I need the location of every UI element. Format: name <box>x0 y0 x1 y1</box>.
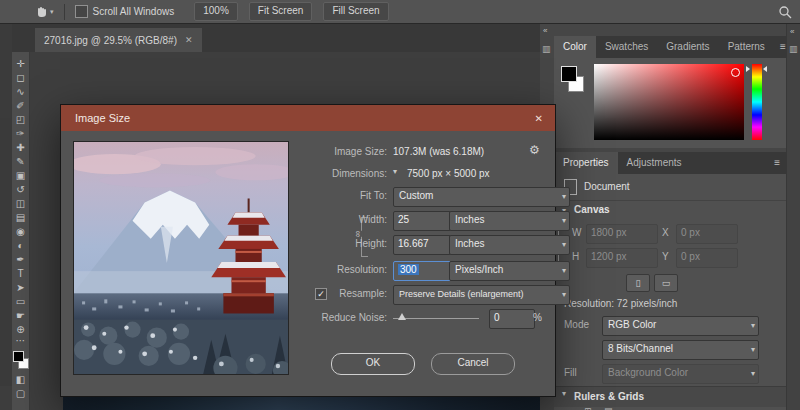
grid-icon[interactable]: ⊞ <box>584 406 592 410</box>
tools-panel: ✛ ◻ ∿ ✐ ◰ ✑ ✚ ✎ ▣ ↺ ◫ ▤ ◉ ◐ ✒ T ➤ ▭ ☛ ⊕ … <box>12 52 30 410</box>
open-photo-edge <box>63 397 540 410</box>
fill-label: Fill <box>564 364 577 382</box>
document-tab[interactable]: 27016.jpg @ 29.5% (RGB/8#) ✕ <box>35 28 202 52</box>
hue-slider-thumb-right[interactable] <box>763 66 767 72</box>
foreground-color-swatch[interactable] <box>13 351 24 362</box>
tab-properties[interactable]: Properties <box>554 152 618 174</box>
fit-to-select[interactable]: Custom▾ <box>393 187 570 207</box>
marquee-icon: ◻ <box>16 72 24 83</box>
dialog-close-icon[interactable]: ✕ <box>535 113 555 124</box>
color-panel <box>554 58 786 148</box>
hand-tool-preset-button[interactable]: ▾ <box>36 5 54 18</box>
tool-blur[interactable]: ◉ <box>12 225 30 239</box>
tool-dodge[interactable]: ◐ <box>12 239 30 253</box>
tool-brush[interactable]: ✎ <box>12 155 30 169</box>
options-bar: ▾ Scroll All Windows 100% Fit Screen Fil… <box>0 0 800 24</box>
rulers-grids-section[interactable]: ▾ Rulers & Grids <box>554 386 786 407</box>
resample-label: Resample: <box>301 285 387 303</box>
properties-panel-tabbar: Properties Adjustments ≡ <box>554 152 786 174</box>
tool-history-brush[interactable]: ↺ <box>12 183 30 197</box>
tab-patterns[interactable]: Patterns <box>719 36 774 58</box>
expand-dock-icon[interactable]: « <box>790 27 794 36</box>
tool-rectangle[interactable]: ▭ <box>12 295 30 309</box>
screen-mode-button[interactable]: ▢ <box>12 387 30 401</box>
tool-eraser[interactable]: ◫ <box>12 197 30 211</box>
document-tab-bar: 27016.jpg @ 29.5% (RGB/8#) ✕ <box>12 24 540 52</box>
tab-color[interactable]: Color <box>554 36 596 58</box>
preview-photo <box>74 142 288 374</box>
properties-panel-menu-icon[interactable]: ≡ <box>768 152 786 174</box>
search-icon[interactable] <box>778 5 792 19</box>
screen-mode-icon: ▢ <box>16 388 25 399</box>
tool-path-selection[interactable]: ➤ <box>12 281 30 295</box>
resolution-unit-select[interactable]: Pixels/Inch▾ <box>449 261 570 281</box>
ok-button[interactable]: OK <box>331 353 415 375</box>
rectangle-icon: ▭ <box>16 296 25 307</box>
tool-type[interactable]: T <box>12 267 30 281</box>
panel-dock-icon[interactable]: ▥ <box>542 44 551 54</box>
dimensions-disclosure-icon[interactable]: ▾ <box>393 167 397 176</box>
tab-gradients[interactable]: Gradients <box>657 36 718 58</box>
tool-lasso[interactable]: ∿ <box>12 85 30 99</box>
tool-eyedropper[interactable]: ✑ <box>12 127 30 141</box>
height-input[interactable]: 16.667 <box>393 235 451 255</box>
cancel-button[interactable]: Cancel <box>431 353 515 375</box>
height-unit-select[interactable]: Inches▾ <box>449 235 570 255</box>
tab-adjustments[interactable]: Adjustments <box>618 152 691 174</box>
edit-toolbar-button[interactable]: ⋯ <box>12 337 30 347</box>
foreground-color-swatch-panel[interactable] <box>561 66 577 82</box>
fill-screen-button[interactable]: Fill Screen <box>323 2 388 21</box>
width-input[interactable]: 25 <box>393 211 451 231</box>
tool-clone-stamp[interactable]: ▣ <box>12 169 30 183</box>
tool-rectangular-marquee[interactable]: ◻ <box>12 71 30 85</box>
guides-icon[interactable]: ▤ <box>604 406 613 410</box>
resample-select[interactable]: Preserve Details (enlargement)▾ <box>393 285 570 305</box>
dimensions-value: 7500 px × 5000 px <box>407 165 490 183</box>
fill-select[interactable]: Background Color▾ <box>602 364 759 384</box>
tool-crop[interactable]: ◰ <box>12 113 30 127</box>
tool-move[interactable]: ✛ <box>12 57 30 71</box>
resolution-input[interactable]: 300 <box>393 261 451 281</box>
hue-slider[interactable] <box>752 64 762 140</box>
dialog-titlebar[interactable]: Image Size ✕ <box>61 105 555 131</box>
canvas-height-field[interactable]: 1200 px <box>586 248 658 268</box>
tool-quick-selection[interactable]: ✐ <box>12 99 30 113</box>
tool-gradient[interactable]: ▤ <box>12 211 30 225</box>
hue-slider-thumb-left[interactable] <box>746 66 750 72</box>
tab-swatches[interactable]: Swatches <box>596 36 657 58</box>
document-tab-title: 27016.jpg @ 29.5% (RGB/8#) <box>44 35 177 46</box>
dock-panel-icon[interactable]: ▥ <box>789 44 798 54</box>
canvas-x-field[interactable]: 0 px <box>676 224 738 244</box>
mode-select[interactable]: RGB Color▾ <box>602 316 759 336</box>
color-picker-marker[interactable] <box>731 68 740 77</box>
scroll-all-windows-checkbox[interactable] <box>75 5 88 18</box>
move-icon: ✛ <box>16 58 24 69</box>
orientation-portrait-button[interactable]: ▯ <box>626 274 650 292</box>
ruler-icon[interactable]: ▭ <box>564 406 573 410</box>
tool-hand[interactable]: ☛ <box>12 309 30 323</box>
quick-mask-button[interactable]: ◧ <box>12 373 30 387</box>
bit-depth-select[interactable]: 8 Bits/Channel▾ <box>602 340 759 360</box>
gear-icon[interactable]: ⚙ <box>529 143 540 157</box>
dodge-icon: ◐ <box>17 240 23 251</box>
history-brush-icon: ↺ <box>16 184 24 195</box>
path-selection-icon: ➤ <box>16 282 24 293</box>
tool-pen[interactable]: ✒ <box>12 253 30 267</box>
image-preview[interactable] <box>73 141 289 375</box>
canvas-width-field[interactable]: 1800 px <box>586 224 658 244</box>
width-unit-select[interactable]: Inches▾ <box>449 211 570 231</box>
tool-spot-healing[interactable]: ✚ <box>12 141 30 155</box>
reduce-noise-input[interactable]: 0 <box>489 309 535 329</box>
panel-dock: « ▥ Color Swatches Gradients Patterns ≡ … <box>540 24 800 410</box>
color-saturation-field[interactable] <box>594 64 744 140</box>
gradient-icon: ▤ <box>16 212 25 223</box>
fit-screen-button[interactable]: Fit Screen <box>249 2 313 21</box>
collapse-panels-icon[interactable]: « <box>543 26 547 35</box>
image-size-label: Image Size: <box>301 143 387 161</box>
pen-icon: ✒ <box>16 254 24 265</box>
canvas-y-field[interactable]: 0 px <box>676 248 738 268</box>
zoom-100-button[interactable]: 100% <box>194 2 238 21</box>
orientation-landscape-button[interactable]: ▭ <box>654 274 678 292</box>
tab-close-icon[interactable]: ✕ <box>185 35 193 45</box>
reduce-noise-slider-thumb[interactable] <box>398 313 406 320</box>
